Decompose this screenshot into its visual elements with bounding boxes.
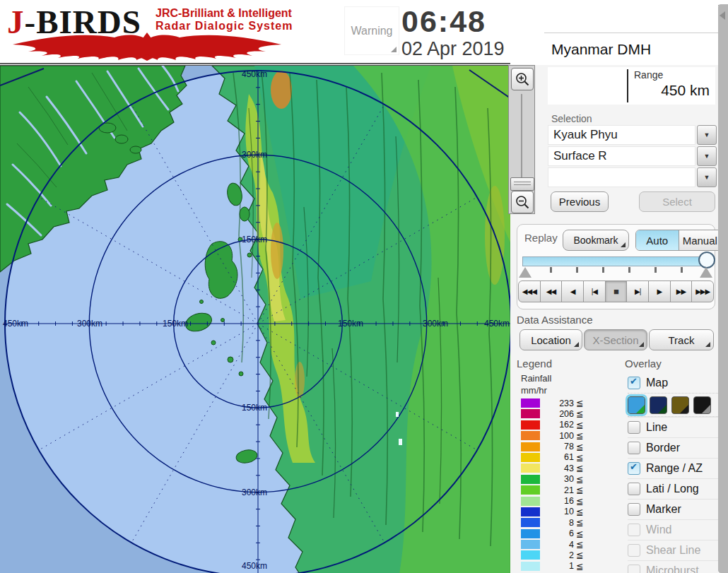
step-forward-button[interactable]: ▶| [626, 280, 649, 302]
legend-row: 16≦ [521, 497, 583, 506]
panel-collapse-strip[interactable] [718, 4, 728, 573]
checkbox[interactable] [628, 442, 640, 454]
legend-unit-line1: Rainfall [521, 372, 551, 384]
zoom-slider-track[interactable] [521, 94, 522, 177]
overlay-item-shear-line: Shear Line [628, 540, 718, 560]
range-box: Range 450 km [548, 67, 715, 105]
zoom-slider-handle[interactable] [510, 177, 534, 191]
legend-color-swatch [521, 453, 540, 462]
map-style-black-gray-button[interactable] [693, 396, 711, 414]
overlay-items: LineBorderRange / AZLati / LongMarkerWin… [628, 417, 718, 573]
select-label: Select [662, 196, 692, 208]
checkbox-label: Shear Line [646, 544, 700, 557]
legend-value: 43 [540, 463, 574, 473]
ring-label: 450km [242, 69, 267, 79]
ring-label: 150km [242, 235, 267, 244]
map-checkbox[interactable] [628, 377, 640, 389]
legend-value: 21 [540, 485, 574, 495]
checkbox[interactable] [628, 503, 640, 516]
product-dropdown-arrow-button[interactable]: ▼ [697, 146, 717, 166]
legend-row: 2≦ [521, 550, 583, 560]
range-label: Range [634, 69, 710, 81]
zoom-out-button[interactable] [511, 191, 534, 213]
forward-button[interactable]: ▶▶ [670, 280, 693, 302]
product-dropdown[interactable]: Surface R [548, 146, 695, 166]
legend-row: 206≦ [521, 409, 583, 418]
checkbox[interactable] [628, 462, 640, 475]
range-box-left [548, 67, 627, 105]
rewind-button[interactable]: ◀◀ [540, 280, 563, 302]
legend-value: 30 [540, 474, 574, 484]
slider-start-marker[interactable] [519, 267, 532, 278]
replay-slider-track[interactable] [522, 256, 712, 266]
select-button[interactable]: Select [639, 191, 715, 212]
warning-button[interactable]: Warning [344, 6, 399, 55]
play-button[interactable]: ▶ [648, 280, 671, 302]
previous-button[interactable]: Previous [551, 191, 609, 212]
panel-divider [544, 33, 718, 33]
legend-scale: 233≦206≦162≦100≦78≦61≦43≦30≦21≦16≦10≦8≦6… [521, 398, 583, 572]
legend-value: 10 [540, 507, 574, 516]
legend-units: Rainfall mm/hr [521, 372, 551, 396]
track-label: Track [669, 334, 695, 346]
checkbox [628, 524, 640, 536]
map-style-navy-darkgreen-button[interactable] [650, 396, 667, 414]
overlay-item-border[interactable]: Border [628, 437, 718, 458]
extra-dropdown[interactable] [548, 167, 695, 187]
extra-dropdown-arrow-button[interactable]: ▼ [697, 167, 717, 187]
x-section-button[interactable]: X-Section [584, 329, 647, 350]
track-button[interactable]: Track [649, 329, 714, 350]
bookmark-button[interactable]: Bookmark [563, 230, 629, 251]
radar-echo [396, 412, 399, 417]
checkbox-label: Lati / Long [646, 483, 699, 495]
jbirds-window: { "header": { "logo": { "brand_j": "J", … [0, 0, 728, 573]
play-reverse-button[interactable]: ◀ [561, 280, 584, 302]
legend-row: 21≦ [521, 485, 583, 495]
map-style-blue-green-button[interactable] [628, 396, 645, 414]
clock-date: 02 Apr 2019 [401, 38, 505, 60]
radar-map-canvas: 450km300km150km150km300km450km450km300km… [0, 66, 510, 573]
step-back-button[interactable]: |◀ [583, 280, 606, 302]
checkbox[interactable] [628, 421, 640, 434]
map-checkbox-label: Map [646, 377, 668, 389]
legend-color-swatch [521, 497, 540, 506]
ring-label: 150km [242, 403, 267, 413]
fast-forward-button[interactable]: ▶▶▶ [691, 280, 714, 302]
slider-tick [628, 267, 630, 273]
site-dropdown-arrow-button[interactable]: ▼ [697, 125, 717, 145]
auto-button[interactable]: Auto [636, 230, 679, 250]
zoom-in-button[interactable] [511, 68, 534, 90]
control-panel: Myanmar DMH Range 450 km Selection Kyauk… [510, 0, 718, 573]
fast-rewind-button[interactable]: ◀◀◀ [518, 280, 541, 302]
legend-color-swatch [521, 485, 540, 495]
legend-color-swatch [521, 431, 540, 440]
legend-row: 61≦ [521, 453, 583, 462]
overlay-item-microburst: Microburst [628, 560, 718, 573]
location-button[interactable]: Location [519, 329, 582, 350]
map-style-olive-black-button[interactable] [671, 396, 689, 414]
legend-color-swatch [521, 550, 540, 560]
legend-row: 10≦ [521, 507, 583, 516]
chevron-down-icon: ▼ [704, 153, 710, 160]
legend-row: 78≦ [521, 442, 583, 451]
logo-tagline-1: JRC-Brilliant & Intelligent [155, 7, 292, 20]
replay-slider-handle[interactable] [698, 252, 715, 268]
overlay-item-line[interactable]: Line [628, 417, 718, 437]
checkbox[interactable] [628, 483, 640, 495]
manual-button[interactable]: Manual [679, 230, 722, 250]
bookmark-label: Bookmark [573, 235, 618, 246]
map-style-diagonal [671, 396, 689, 414]
site-dropdown[interactable]: Kyauk Phyu [548, 125, 695, 145]
overlay-item-marker[interactable]: Marker [628, 499, 718, 519]
radar-echo [399, 439, 402, 445]
radar-map[interactable]: 450km300km150km150km300km450km450km300km… [0, 65, 510, 573]
legend-value: 233 [540, 398, 574, 408]
slider-end-marker[interactable] [700, 267, 712, 278]
overlay-item-map[interactable]: Map [628, 373, 718, 393]
checkbox-label: Marker [646, 503, 681, 516]
stop-button[interactable]: ■ [605, 280, 628, 302]
overlay-item-lati-long[interactable]: Lati / Long [628, 478, 718, 499]
legend-value: 206 [540, 409, 574, 419]
ring-label: 150km [163, 319, 188, 329]
overlay-item-range-az[interactable]: Range / AZ [628, 458, 718, 478]
